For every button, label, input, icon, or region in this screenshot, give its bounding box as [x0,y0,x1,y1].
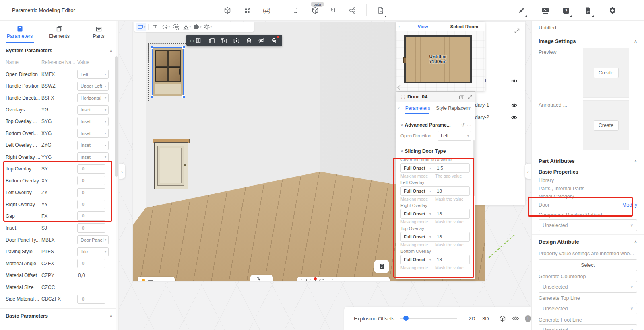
image-settings-header[interactable]: Image Settings ∧ [539,34,637,48]
mask-value-input[interactable]: 18 [433,255,470,264]
alert-icon[interactable]: ! [525,315,531,322]
expand-panel-icon[interactable] [468,95,472,99]
sliding-door-type-header[interactable]: ∨ Sliding Door Type [400,148,471,154]
view-options-pill[interactable] [297,277,390,281]
panel-drag-handle[interactable]: ⋮⋮ [400,95,405,99]
selection-handle[interactable] [151,95,153,98]
design-field-select[interactable]: Unselected∨ [539,303,637,314]
mask-value-input[interactable]: 18 [433,209,470,219]
array-tool-icon[interactable] [194,36,204,45]
mirror-icon[interactable] [231,36,242,45]
system-parameters-header[interactable]: System Parameters ∧ [0,45,118,56]
view-option-icon[interactable] [328,279,333,281]
sidebar-scrollbar[interactable] [116,21,118,330]
collapse-chevron-icon[interactable]: ∧ [634,239,637,244]
visibility-eye-icon[interactable] [509,316,522,321]
parameter-select[interactable]: Tile▾ [77,247,109,256]
masking-mode-select[interactable]: Full Onset▾ [400,163,433,173]
tabs-prev-icon[interactable]: ‹ [398,105,402,111]
parameter-select[interactable]: Inset▾ [77,152,109,162]
monitor-icon[interactable] [541,6,550,15]
snapshot-button[interactable] [374,260,389,273]
visibility-eye-icon[interactable] [511,79,517,83]
component-grid-icon[interactable] [243,6,252,15]
tab-door-parameters[interactable]: Parameters [402,102,433,114]
parameter-select[interactable]: Left▾ [77,70,109,79]
masking-mode-select[interactable]: Full Onset▾ [400,232,433,242]
fan-tool-icon[interactable]: ▾ [161,23,171,31]
open-direction-select[interactable]: Left ▾ [438,131,471,141]
rotate-pill[interactable] [250,275,273,281]
selection-handle[interactable] [182,46,185,49]
visibility-eye-icon[interactable] [511,103,517,107]
minimap-floorplan[interactable]: Untitled 71.89m² [396,31,485,91]
design-field-select[interactable]: Unselected∨ [539,324,637,330]
tab-parameters[interactable]: Parameters [0,21,39,43]
parameter-select[interactable]: Inset▾ [77,105,109,115]
mask-value-input[interactable]: 18 [433,232,470,242]
duplicate-plus-icon[interactable] [219,36,229,45]
minimap-drag-handle[interactable]: ⋮ [396,24,402,29]
selection-handle[interactable] [151,46,153,49]
wall-cabinet-object[interactable] [154,141,188,189]
settings-nut-icon[interactable] [608,6,617,15]
tab-select-room[interactable]: Select Room [444,24,485,29]
parameter-input[interactable]: 0 [77,259,105,268]
document-icon[interactable] [583,6,593,15]
copy-icon[interactable] [206,36,217,45]
collapse-left-panel-button[interactable]: ‹ [119,164,125,179]
toolbar-drag-handle[interactable]: ⋮⋮ [189,39,192,42]
edit-pencil-icon[interactable] [516,6,526,15]
view-mode-button-2d[interactable]: 2D [465,316,479,322]
parameter-input[interactable]: 0 [77,211,105,221]
cube-beta-icon[interactable] [310,6,320,15]
advanced-parameters-header[interactable]: ∨ Advanced Parame... ↺ ⋯ [400,122,471,128]
auto-layout-icon[interactable]: ▾ [136,23,146,31]
clamp-tool-icon[interactable] [151,23,160,31]
parameter-select[interactable]: Inset▾ [77,117,109,126]
minimap-resize-handle[interactable] [397,85,403,90]
create-preview-button[interactable]: Create [594,68,619,78]
plugin-tool-icon[interactable]: ▾ [192,23,202,31]
view-option-icon[interactable] [310,279,316,281]
hide-eye-off-icon[interactable] [256,36,267,45]
collapse-chevron-icon[interactable]: ∧ [109,48,113,53]
collapse-chevron-icon[interactable]: ∧ [109,313,113,318]
help-icon[interactable]: ? [561,6,571,15]
expand-panel-icon[interactable] [514,28,520,35]
marquee-tool-icon[interactable] [171,23,181,31]
tab-view[interactable]: View [402,24,444,29]
collapse-chevron-icon[interactable]: ∧ [634,39,637,44]
measure-tool-icon[interactable]: ▾ [182,23,192,31]
part-attributes-header[interactable]: Part Attributes ∧ [539,154,637,168]
mask-value-input[interactable]: 1.5 [433,163,470,173]
modify-link[interactable]: Modify [622,202,637,208]
canvas-area[interactable]: ▾ ▾ ▾ ▾ ▾ [119,21,531,330]
tabs-next-icon[interactable]: › [470,105,474,111]
layer-row[interactable]: dary-2 [475,113,525,122]
slider-thumb[interactable] [403,316,409,321]
explosion-offsets-slider[interactable] [400,318,457,319]
tab-style-replacement[interactable]: Style Replaceme [433,102,470,114]
parameter-input[interactable]: 0 [77,223,105,233]
tab-elements[interactable]: Elements [39,21,79,43]
view-option-icon[interactable] [301,279,307,281]
parameter-input[interactable]: 0 [77,188,105,197]
delete-trash-icon[interactable] [244,36,254,45]
masking-mode-select[interactable]: Full Onset▾ [400,186,433,196]
swap-icon[interactable]: (⇄) [262,6,271,15]
parameter-input[interactable]: 0 [77,164,105,174]
gear-tool-icon[interactable]: ▾ [203,23,213,31]
parameter-select[interactable]: Inset▾ [77,141,109,150]
design-field-select[interactable]: Unselected∨ [539,281,637,293]
parameter-select[interactable]: Door Panel▾ [77,235,109,244]
reset-icon[interactable]: ↺ [461,123,465,128]
parameter-select[interactable]: Upper Left▾ [77,82,109,91]
basic-parameters-header[interactable]: Basic Parameters ∧ [0,310,118,322]
select-button[interactable]: Select [539,259,637,271]
selected-door-object[interactable] [152,47,184,96]
share-icon[interactable] [347,6,357,15]
visibility-eye-icon[interactable] [511,115,517,120]
view-option-icon[interactable] [319,279,324,281]
parameter-select[interactable]: Inset▾ [77,129,109,138]
